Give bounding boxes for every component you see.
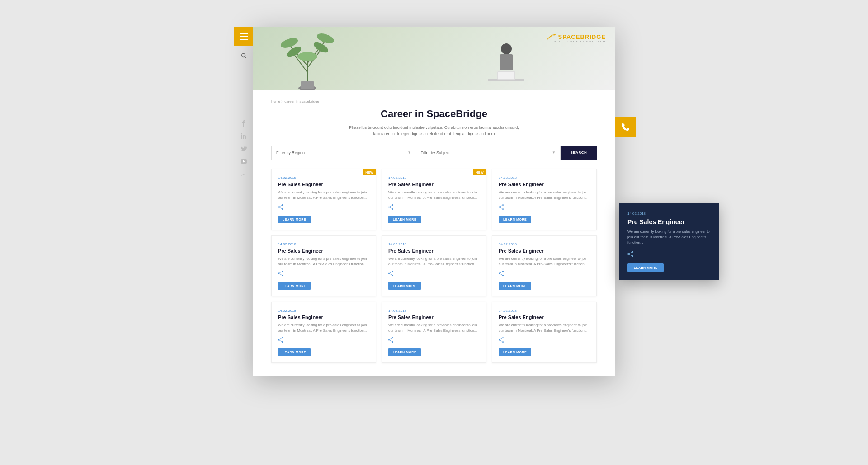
- googleplus-icon[interactable]: g+: [240, 170, 248, 178]
- svg-line-68: [500, 340, 502, 342]
- share-icon[interactable]: [278, 271, 369, 277]
- hover-card-title: Pre Sales Engineer: [627, 218, 711, 225]
- card-description: We are currently looking for a pre-sales…: [499, 190, 590, 201]
- share-icon[interactable]: [499, 204, 590, 211]
- cards-grid: NEW 14.02.2018 Pre Sales Engineer We are…: [271, 169, 597, 363]
- filter-region-label: Filter by Region: [276, 150, 305, 155]
- card-date: 14.02.2018: [278, 242, 369, 246]
- svg-point-34: [502, 204, 504, 206]
- job-card: 14.02.2018 Pre Sales Engineer We are cur…: [492, 302, 597, 363]
- hover-card-share-icon[interactable]: [627, 251, 711, 258]
- card-title: Pre Sales Engineer: [388, 315, 480, 320]
- card-title: Pre Sales Engineer: [388, 182, 480, 187]
- card-description: We are currently looking for a pre-sales…: [499, 256, 590, 267]
- svg-line-57: [279, 338, 282, 339]
- learn-more-button[interactable]: LEARN MORE: [278, 348, 311, 356]
- svg-point-36: [499, 206, 500, 207]
- hero-plant-decoration: [280, 32, 335, 90]
- svg-point-49: [502, 271, 504, 272]
- svg-line-63: [390, 340, 392, 342]
- new-badge: NEW: [363, 169, 376, 175]
- learn-more-button[interactable]: LEARN MORE: [499, 348, 531, 356]
- share-icon[interactable]: [278, 337, 369, 343]
- browser-window: g+ SPACEBRIDGE ALL THINGS CONNECTED: [253, 27, 615, 376]
- svg-line-43: [279, 274, 282, 275]
- learn-more-button[interactable]: LEARN MORE: [499, 282, 531, 290]
- svg-line-52: [500, 272, 502, 273]
- share-icon[interactable]: [499, 271, 590, 277]
- hover-card-learn-more-button[interactable]: LEARN MORE: [627, 263, 664, 272]
- svg-line-37: [500, 205, 502, 207]
- svg-point-44: [392, 271, 393, 272]
- card-date: 14.02.2018: [278, 309, 369, 313]
- new-badge: NEW: [473, 169, 486, 175]
- card-description: We are currently looking for a pre-sales…: [278, 323, 369, 333]
- svg-line-32: [390, 205, 392, 207]
- hamburger-button[interactable]: [234, 27, 253, 46]
- card-date: 14.02.2018: [388, 309, 480, 313]
- share-icon[interactable]: [499, 337, 590, 343]
- card-title: Pre Sales Engineer: [499, 182, 590, 187]
- share-icon[interactable]: [388, 271, 480, 277]
- card-description: We are currently looking for a pre-sales…: [278, 190, 369, 201]
- svg-rect-2: [241, 135, 242, 139]
- phone-button[interactable]: [615, 117, 636, 137]
- card-title: Pre Sales Engineer: [388, 248, 480, 254]
- card-date: 14.02.2018: [388, 176, 480, 180]
- svg-point-65: [502, 341, 504, 343]
- svg-point-40: [282, 275, 283, 276]
- svg-point-59: [392, 337, 393, 338]
- svg-line-28: [279, 207, 282, 209]
- hover-card-date: 14.02.2018: [627, 211, 711, 216]
- filter-subject-select[interactable]: Filter by Subject ▼: [416, 146, 561, 160]
- job-card: 14.02.2018 Pre Sales Engineer We are cur…: [492, 169, 597, 230]
- twitter-icon[interactable]: [240, 145, 248, 153]
- svg-point-30: [392, 208, 393, 210]
- card-date: 14.02.2018: [499, 176, 590, 180]
- svg-point-45: [392, 275, 393, 276]
- share-icon[interactable]: [388, 337, 480, 343]
- svg-line-67: [500, 338, 502, 339]
- job-card: 14.02.2018 Pre Sales Engineer We are cur…: [492, 235, 597, 296]
- job-card: 14.02.2018 Pre Sales Engineer We are cur…: [382, 235, 486, 296]
- svg-point-54: [282, 337, 283, 338]
- share-icon[interactable]: [388, 204, 480, 211]
- learn-more-button[interactable]: LEARN MORE: [388, 216, 421, 223]
- social-icons: g+: [240, 119, 248, 178]
- filter-region-select[interactable]: Filter by Region ▼: [271, 146, 416, 160]
- job-card: 14.02.2018 Pre Sales Engineer We are cur…: [271, 302, 376, 363]
- search-icon-button[interactable]: [234, 46, 253, 65]
- learn-more-button[interactable]: LEARN MORE: [278, 282, 311, 290]
- svg-line-27: [279, 205, 282, 207]
- svg-point-35: [502, 208, 504, 210]
- hover-card-description: We are currently looking for a pre-sales…: [627, 229, 711, 245]
- svg-point-25: [282, 208, 283, 210]
- svg-rect-20: [500, 54, 513, 70]
- logo-text: SPACEBRIDGE: [558, 33, 606, 40]
- breadcrumb: home > career in spacebridge: [271, 99, 597, 103]
- facebook-icon[interactable]: [240, 119, 248, 127]
- svg-point-24: [282, 204, 283, 206]
- page-title: Career in SpaceBridge: [271, 108, 597, 120]
- search-button[interactable]: SEARCH: [561, 146, 597, 160]
- svg-point-26: [278, 206, 279, 207]
- learn-more-button[interactable]: LEARN MORE: [278, 216, 311, 223]
- svg-point-64: [502, 337, 504, 338]
- job-card: NEW 14.02.2018 Pre Sales Engineer We are…: [382, 169, 486, 230]
- svg-line-73: [629, 254, 632, 256]
- youtube-icon[interactable]: [240, 157, 248, 165]
- card-title: Pre Sales Engineer: [499, 248, 590, 254]
- share-icon[interactable]: [278, 204, 369, 211]
- page-description: Phasellus tincidunt odio tincidunt moles…: [348, 124, 520, 137]
- learn-more-button[interactable]: LEARN MORE: [388, 282, 421, 290]
- learn-more-button[interactable]: LEARN MORE: [499, 216, 531, 223]
- svg-point-19: [501, 43, 512, 54]
- svg-point-39: [282, 271, 283, 272]
- learn-more-button[interactable]: LEARN MORE: [388, 348, 421, 356]
- card-description: We are currently looking for a pre-sales…: [499, 323, 590, 333]
- svg-point-51: [499, 272, 500, 274]
- svg-line-1: [245, 56, 246, 58]
- svg-point-56: [278, 339, 279, 340]
- linkedin-icon[interactable]: [240, 132, 248, 140]
- card-date: 14.02.2018: [278, 176, 369, 180]
